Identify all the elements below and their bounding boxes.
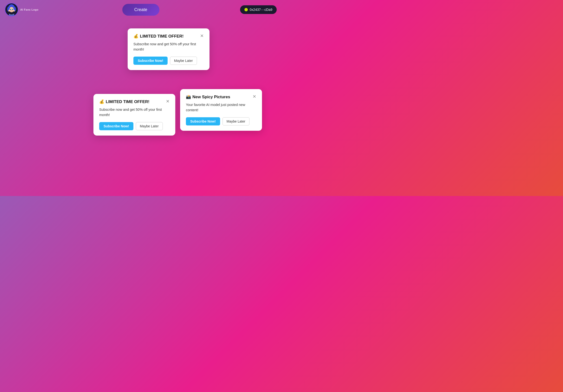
logo-label: AI Fans Logo <box>20 8 38 11</box>
logo-avatar <box>5 3 18 16</box>
card-1-close-button[interactable]: ✕ <box>200 34 204 38</box>
card-1-subscribe-button[interactable]: Subscribe Now! <box>133 57 167 65</box>
card-2-actions: Subscribe Now! Maybe Later <box>99 122 169 130</box>
card-3-actions: Subscribe Now! Maybe Later <box>186 117 256 126</box>
card-2-header: 💰 LIMITED TIME OFFER! ✕ <box>99 99 169 104</box>
card-3-body: Your favorite AI model just posted new c… <box>186 102 256 113</box>
wallet-address: 0x2437····cDa9 <box>250 8 272 12</box>
card-1-actions: Subscribe Now! Maybe Later <box>133 57 204 65</box>
card-2-maybe-later-button[interactable]: Maybe Later <box>136 122 163 130</box>
svg-point-2 <box>9 7 14 12</box>
card-1-header: 💰 LIMITED TIME OFFER! ✕ <box>133 34 204 39</box>
wallet-button[interactable]: 0x2437····cDa9 <box>240 5 277 14</box>
card-1-maybe-later-button[interactable]: Maybe Later <box>170 57 197 65</box>
logo-container: AI Fans Logo <box>5 3 38 16</box>
card-2-subscribe-button[interactable]: Subscribe Now! <box>99 122 133 130</box>
card-2-close-button[interactable]: ✕ <box>166 99 169 103</box>
wallet-status-dot <box>244 8 248 11</box>
card-1-title-text: LIMITED TIME OFFER! <box>140 34 183 39</box>
card-1-title-emoji: 💰 <box>133 34 139 39</box>
card-3-title-emoji: 📸 <box>186 94 191 100</box>
card-3-title-text: New Spicy Pictures <box>192 95 230 100</box>
card-2-title-emoji: 💰 <box>99 99 104 104</box>
card-3-maybe-later-button[interactable]: Maybe Later <box>222 117 249 126</box>
card-3-header: 📸 New Spicy Pictures ✕ <box>186 94 256 100</box>
svg-point-8 <box>12 9 13 10</box>
popup-card-3: 📸 New Spicy Pictures ✕ Your favorite AI … <box>180 89 262 131</box>
create-button[interactable]: Create <box>122 4 159 16</box>
card-1-title: 💰 LIMITED TIME OFFER! <box>133 34 183 39</box>
card-2-title: 💰 LIMITED TIME OFFER! <box>99 99 149 104</box>
svg-point-10 <box>13 10 15 12</box>
popup-card-2: 💰 LIMITED TIME OFFER! ✕ Subscribe now an… <box>93 94 175 136</box>
svg-point-7 <box>10 9 11 10</box>
svg-point-9 <box>8 10 10 12</box>
card-2-body: Subscribe now and get 50% off your first… <box>99 107 169 118</box>
header: AI Fans Logo Create 0x2437····cDa9 <box>0 0 282 19</box>
card-3-title: 📸 New Spicy Pictures <box>186 94 230 100</box>
card-1-body: Subscribe now and get 50% off your first… <box>133 42 204 52</box>
card-2-title-text: LIMITED TIME OFFER! <box>106 100 149 104</box>
popup-card-1: 💰 LIMITED TIME OFFER! ✕ Subscribe now an… <box>128 28 209 70</box>
card-3-subscribe-button[interactable]: Subscribe Now! <box>186 117 220 126</box>
card-3-close-button[interactable]: ✕ <box>253 94 256 99</box>
